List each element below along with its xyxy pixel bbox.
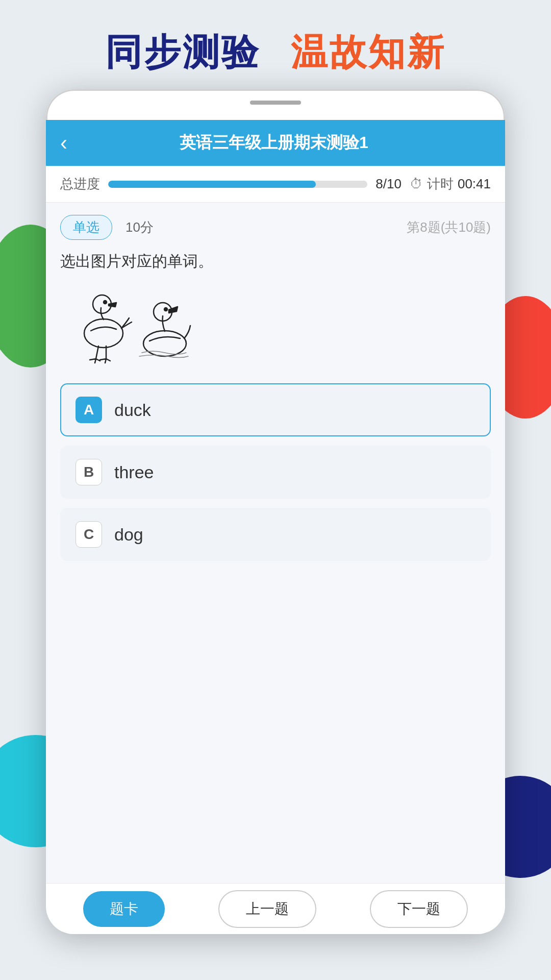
progress-row: 总进度 8/10 ⏱ 计时 00:41 <box>46 166 505 203</box>
question-score: 10分 <box>126 218 154 236</box>
question-meta-row: 单选 10分 第8题(共10题) <box>60 215 491 240</box>
question-type-badge: 单选 <box>60 215 112 240</box>
banner-left-text: 同步测验 <box>105 28 260 77</box>
timer-label: 计时 <box>427 175 454 193</box>
option-b[interactable]: B three <box>60 446 491 499</box>
option-c-text: dog <box>114 525 143 545</box>
svg-point-2 <box>104 301 107 304</box>
phone-frame: ‹ 英语三年级上册期末测验1 总进度 8/10 ⏱ 计时 00:41 单选 10… <box>46 89 505 934</box>
option-b-letter: B <box>76 459 102 485</box>
timer-icon: ⏱ <box>410 176 423 192</box>
app-content: ‹ 英语三年级上册期末测验1 总进度 8/10 ⏱ 计时 00:41 单选 10… <box>46 120 505 934</box>
timer-value: 00:41 <box>458 176 491 192</box>
svg-line-3 <box>96 346 98 359</box>
svg-point-7 <box>164 308 167 311</box>
page-banner: 同步测验 温故知新 <box>0 28 551 77</box>
page-title: 英语三年级上册期末测验1 <box>78 132 470 154</box>
svg-point-0 <box>84 319 123 348</box>
banner-right-text: 温故知新 <box>291 28 446 77</box>
progress-label: 总进度 <box>60 175 100 193</box>
question-meta-left: 单选 10分 <box>60 215 154 240</box>
question-area: 单选 10分 第8题(共10题) 选出图片对应的单词。 <box>46 203 505 883</box>
option-c-letter: C <box>76 521 102 548</box>
progress-bar <box>108 181 367 188</box>
top-bar: ‹ 英语三年级上册期末测验1 <box>46 120 505 166</box>
card-button[interactable]: 题卡 <box>83 891 165 927</box>
question-text: 选出图片对应的单词。 <box>60 251 491 272</box>
timer-section: ⏱ 计时 00:41 <box>410 175 491 193</box>
prev-button[interactable]: 上一题 <box>218 890 316 928</box>
option-a-text: duck <box>114 400 151 420</box>
phone-speaker <box>250 101 301 105</box>
next-button[interactable]: 下一题 <box>370 890 468 928</box>
progress-bar-fill <box>108 181 316 188</box>
duck-image-area <box>60 282 491 369</box>
bottom-nav: 题卡 上一题 下一题 <box>46 883 505 934</box>
option-c[interactable]: C dog <box>60 508 491 561</box>
option-a[interactable]: A duck <box>60 383 491 436</box>
progress-count: 8/10 <box>375 176 402 192</box>
option-a-letter: A <box>76 397 102 423</box>
duck-image <box>65 282 198 369</box>
question-number: 第8题(共10题) <box>407 218 491 236</box>
back-button[interactable]: ‹ <box>60 131 67 155</box>
option-b-text: three <box>114 462 154 482</box>
